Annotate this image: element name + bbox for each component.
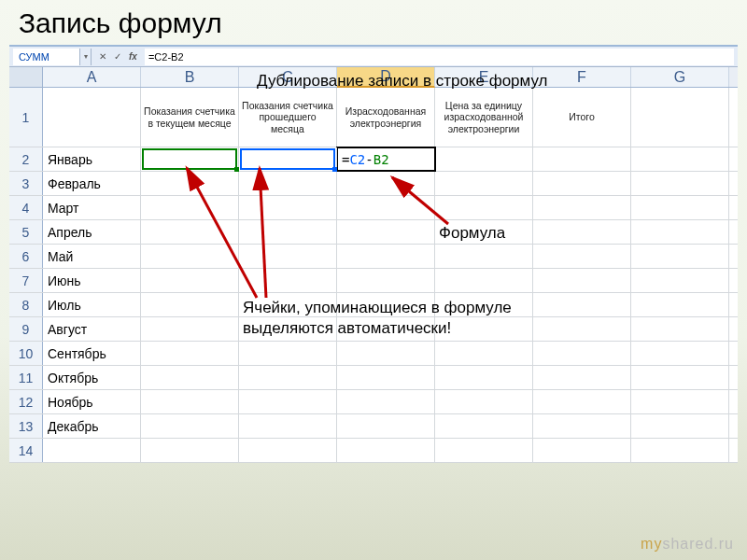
- cell[interactable]: [631, 414, 729, 438]
- cell-d2-active[interactable]: =C2-B2: [337, 147, 435, 171]
- cell[interactable]: [533, 269, 631, 292]
- cell[interactable]: [239, 366, 337, 389]
- cell[interactable]: [631, 439, 729, 462]
- cell[interactable]: [631, 220, 729, 244]
- cell[interactable]: [141, 390, 239, 413]
- col-header-a[interactable]: A: [43, 67, 141, 87]
- row-header-3[interactable]: 3: [9, 172, 43, 195]
- row-header-1[interactable]: 1: [9, 88, 43, 147]
- cell-a3[interactable]: Февраль: [43, 172, 141, 195]
- cell[interactable]: [141, 245, 239, 268]
- cell-d1[interactable]: Израсходованная электроэнергия: [337, 88, 435, 147]
- cell[interactable]: [435, 245, 533, 268]
- col-header-b[interactable]: B: [141, 67, 239, 87]
- cell[interactable]: [141, 293, 239, 316]
- cell[interactable]: [533, 317, 631, 341]
- row-header-6[interactable]: 6: [9, 245, 43, 268]
- cell[interactable]: [337, 293, 435, 316]
- cell[interactable]: [337, 439, 435, 462]
- row-header-11[interactable]: 11: [9, 366, 43, 389]
- cell-e2[interactable]: [435, 147, 533, 171]
- col-header-c[interactable]: C: [239, 67, 337, 87]
- cell[interactable]: [435, 196, 533, 219]
- cell[interactable]: [239, 293, 337, 316]
- cell[interactable]: [533, 342, 631, 365]
- cell[interactable]: [239, 317, 337, 341]
- cell[interactable]: [337, 172, 435, 195]
- cell[interactable]: [533, 220, 631, 244]
- formula-input[interactable]: =C2-B2: [145, 49, 734, 65]
- cell-a12[interactable]: Ноябрь: [43, 390, 141, 413]
- cell[interactable]: [533, 414, 631, 438]
- row-header-4[interactable]: 4: [9, 196, 43, 219]
- cell[interactable]: [141, 196, 239, 219]
- cell-a4[interactable]: Март: [43, 196, 141, 219]
- col-header-f[interactable]: F: [533, 67, 631, 87]
- cell[interactable]: [435, 366, 533, 389]
- row-header-9[interactable]: 9: [9, 317, 43, 341]
- formula-cancel-icon[interactable]: ✕: [97, 51, 108, 62]
- row-header-5[interactable]: 5: [9, 220, 43, 244]
- cell[interactable]: [631, 390, 729, 413]
- cell-a2[interactable]: Январь: [43, 147, 141, 171]
- row-header-8[interactable]: 8: [9, 293, 43, 316]
- cell[interactable]: [631, 293, 729, 316]
- cell[interactable]: [435, 390, 533, 413]
- cell[interactable]: [337, 269, 435, 292]
- cell-a1[interactable]: [43, 88, 141, 147]
- cell[interactable]: [239, 220, 337, 244]
- col-header-e[interactable]: E: [435, 67, 533, 87]
- cell[interactable]: [337, 366, 435, 389]
- row-header-10[interactable]: 10: [9, 342, 43, 365]
- cell[interactable]: [141, 220, 239, 244]
- cell-g2[interactable]: [631, 147, 729, 171]
- cell[interactable]: [533, 390, 631, 413]
- row-header-7[interactable]: 7: [9, 269, 43, 292]
- cell[interactable]: [533, 366, 631, 389]
- cell-a9[interactable]: Август: [43, 317, 141, 341]
- cell[interactable]: [533, 172, 631, 195]
- cell[interactable]: [239, 414, 337, 438]
- cell[interactable]: [631, 269, 729, 292]
- row-header-14[interactable]: 14: [9, 439, 43, 462]
- row-header-2[interactable]: 2: [9, 147, 43, 171]
- cell[interactable]: [337, 245, 435, 268]
- cell[interactable]: [337, 220, 435, 244]
- cell[interactable]: [435, 220, 533, 244]
- cell[interactable]: [141, 172, 239, 195]
- name-box-dropdown[interactable]: ▾: [80, 49, 92, 65]
- cell-a6[interactable]: Май: [43, 245, 141, 268]
- cell-f2[interactable]: [533, 147, 631, 171]
- cell[interactable]: [631, 317, 729, 341]
- cell[interactable]: [631, 196, 729, 219]
- cell[interactable]: [337, 390, 435, 413]
- cell[interactable]: [239, 269, 337, 292]
- cell[interactable]: [435, 317, 533, 341]
- cell[interactable]: [631, 342, 729, 365]
- cell-g1[interactable]: [631, 88, 729, 147]
- cell[interactable]: [533, 196, 631, 219]
- cell[interactable]: [141, 414, 239, 438]
- cell[interactable]: [337, 342, 435, 365]
- cell[interactable]: [141, 366, 239, 389]
- cell-a11[interactable]: Октябрь: [43, 366, 141, 389]
- cell[interactable]: [239, 172, 337, 195]
- cell-a13[interactable]: Декабрь: [43, 414, 141, 438]
- cell[interactable]: [239, 342, 337, 365]
- col-header-g[interactable]: G: [631, 67, 729, 87]
- cell[interactable]: [239, 390, 337, 413]
- cell[interactable]: [533, 439, 631, 462]
- cell-c1[interactable]: Показания счетчика прошедшего месяца: [239, 88, 337, 147]
- cell-a10[interactable]: Сентябрь: [43, 342, 141, 365]
- cell-c2[interactable]: [239, 147, 337, 171]
- cell[interactable]: [435, 414, 533, 438]
- select-all-corner[interactable]: [9, 67, 43, 87]
- row-header-13[interactable]: 13: [9, 414, 43, 438]
- cell-b2[interactable]: [141, 147, 239, 171]
- cell-e1[interactable]: Цена за единицу израсходованной электроэ…: [435, 88, 533, 147]
- row-header-12[interactable]: 12: [9, 390, 43, 413]
- cell[interactable]: [337, 196, 435, 219]
- fx-icon[interactable]: fx: [127, 51, 139, 62]
- cell[interactable]: [435, 439, 533, 462]
- formula-confirm-icon[interactable]: ✓: [112, 51, 123, 62]
